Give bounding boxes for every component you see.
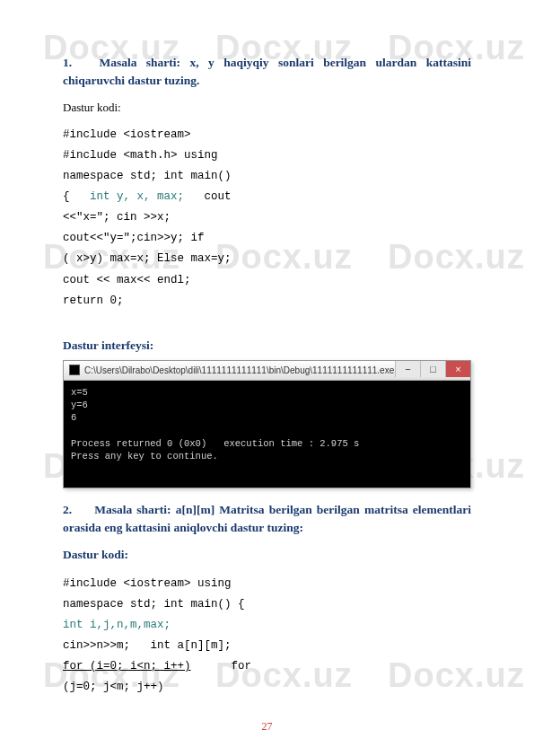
interface-heading: Dastur interfeysi:: [63, 338, 471, 353]
page-number: 27: [0, 720, 534, 734]
close-button[interactable]: ×: [445, 361, 470, 377]
maximize-button[interactable]: □: [420, 361, 445, 377]
section2-heading: 2. Masala sharti: a[n][m] Matritsa beril…: [63, 501, 471, 538]
page-content: 1. Masala sharti: x, y haqiyqiy sonlari …: [63, 54, 471, 698]
section2-code: #include <iostream> using namespace std;…: [63, 574, 471, 699]
window-controls: − □ ×: [395, 361, 470, 380]
console-titlebar: C:\Users\Dilrabo\Desktop\dili\1111111111…: [64, 361, 470, 381]
section2-title: Masala sharti: a[n][m] Matritsa berilgan…: [63, 503, 471, 534]
section1-number: 1.: [63, 54, 90, 72]
section1-title: Masala sharti: x, y haqiyqiy sonlari ber…: [63, 56, 471, 87]
section1-code: #include <iostream> #include <math.h> us…: [63, 125, 471, 312]
console-window: C:\Users\Dilrabo\Desktop\dili\1111111111…: [63, 360, 471, 488]
console-output: x=5 y=6 6 Process returned 0 (0x0) execu…: [64, 381, 470, 488]
section1-heading: 1. Masala sharti: x, y haqiyqiy sonlari …: [63, 54, 471, 91]
section1-pretext: Dastur kodi:: [63, 100, 471, 116]
section2-number: 2.: [63, 501, 90, 519]
console-title: C:\Users\Dilrabo\Desktop\dili\1111111111…: [84, 365, 394, 375]
titlebar-left: C:\Users\Dilrabo\Desktop\dili\1111111111…: [69, 365, 394, 375]
section2-pretext: Dastur kodi:: [63, 546, 471, 564]
console-icon: [69, 365, 80, 375]
minimize-button[interactable]: −: [395, 361, 420, 377]
